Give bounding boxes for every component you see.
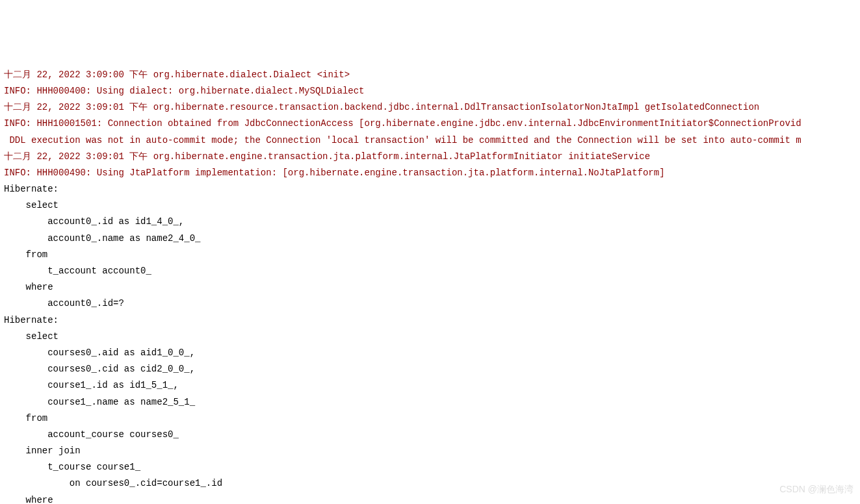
sql-line: inner join (4, 443, 856, 459)
log-line: INFO: HHH000490: Using JtaPlatform imple… (4, 165, 856, 181)
log-line: 十二月 22, 2022 3:09:00 下午 org.hibernate.di… (4, 67, 856, 83)
sql-line: select (4, 329, 856, 345)
log-line: DDL execution was not in auto-commit mod… (4, 132, 856, 149)
sql-line: select (4, 197, 856, 214)
sql-line: account_course courses0_ (4, 427, 856, 443)
sql-line: courses0_.aid as aid1_0_0_, (4, 345, 856, 361)
sql-line: from (4, 410, 856, 427)
log-line: INFO: HHH000400: Using dialect: org.hibe… (4, 83, 856, 99)
sql-line: where (4, 279, 856, 296)
sql-line: course1_.id as id1_5_1_, (4, 377, 856, 394)
sql-line: Hibernate: (4, 181, 856, 197)
sql-line: where (4, 492, 856, 504)
sql-line: account0_.name as name2_4_0_ (4, 231, 856, 247)
log-line: 十二月 22, 2022 3:09:01 下午 org.hibernate.re… (4, 99, 856, 116)
sql-line: on courses0_.cid=course1_.id (4, 475, 856, 492)
sql-line: Hibernate: (4, 312, 856, 329)
sql-line: account0_.id as id1_4_0_, (4, 214, 856, 230)
sql-line: t_course course1_ (4, 459, 856, 475)
sql-line: account0_.id=? (4, 296, 856, 312)
watermark: CSDN @澜色海湾 (779, 481, 853, 498)
sql-line: from (4, 247, 856, 263)
sql-line: t_account account0_ (4, 263, 856, 279)
sql-line: course1_.name as name2_5_1_ (4, 394, 856, 410)
sql-line: courses0_.cid as cid2_0_0_, (4, 361, 856, 377)
console-output: 十二月 22, 2022 3:09:00 下午 org.hibernate.di… (4, 67, 856, 504)
log-line: INFO: HHH10001501: Connection obtained f… (4, 116, 856, 132)
log-line: 十二月 22, 2022 3:09:01 下午 org.hibernate.en… (4, 149, 856, 165)
